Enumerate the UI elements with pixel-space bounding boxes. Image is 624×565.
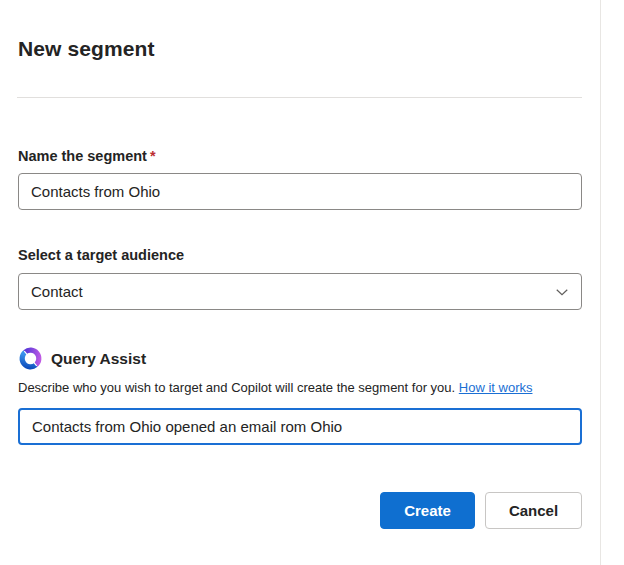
- new-segment-dialog: New segment Name the segment* Select a t…: [0, 0, 624, 565]
- page-title: New segment: [18, 37, 154, 61]
- copilot-icon: [19, 347, 42, 370]
- query-assist-title: Query Assist: [51, 350, 146, 368]
- target-audience-dropdown[interactable]: Contact: [18, 273, 582, 310]
- name-field-label-text: Name the segment: [18, 148, 147, 164]
- segment-name-input[interactable]: [18, 173, 582, 210]
- create-button[interactable]: Create: [380, 492, 475, 529]
- how-it-works-link[interactable]: How it works: [459, 380, 533, 395]
- header-divider: [17, 97, 582, 98]
- query-assist-input[interactable]: [18, 408, 582, 445]
- chevron-down-icon: [555, 285, 569, 299]
- query-assist-description-text: Describe who you wish to target and Copi…: [18, 380, 459, 395]
- panel-edge-line: [600, 0, 601, 565]
- target-audience-selected-value: Contact: [31, 283, 83, 300]
- audience-field-label: Select a target audience: [18, 247, 184, 263]
- query-assist-header: Query Assist: [19, 347, 146, 370]
- required-asterisk: *: [150, 148, 156, 164]
- query-assist-description: Describe who you wish to target and Copi…: [18, 380, 532, 395]
- cancel-button[interactable]: Cancel: [485, 492, 582, 529]
- name-field-label: Name the segment*: [18, 148, 156, 164]
